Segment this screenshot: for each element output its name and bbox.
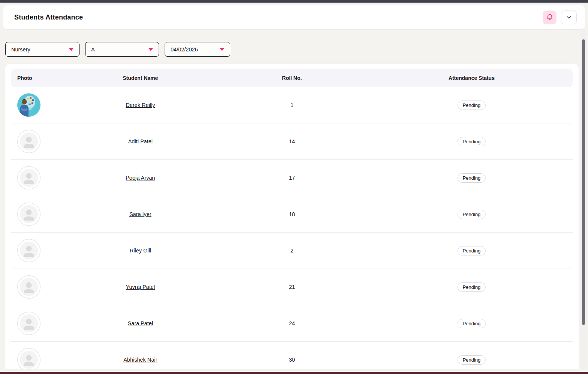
attendance-status-cell: Pending — [370, 137, 573, 146]
status-badge[interactable]: Pending — [458, 282, 486, 292]
column-header-student-name: Student Name — [68, 75, 213, 81]
attendance-status-cell: Pending — [370, 210, 573, 219]
section-select-value: A — [91, 47, 95, 53]
photo-cell — [11, 166, 68, 189]
student-name-cell: Yuvraj Patel — [68, 284, 213, 290]
avatar-placeholder — [17, 166, 68, 189]
table-row: Aditi Patel 14 Pending — [11, 123, 573, 160]
student-photo — [17, 93, 68, 117]
photo-cell — [11, 130, 68, 153]
student-name-link[interactable]: Abhishek Nair — [123, 357, 157, 363]
table-body: Derek Reilly 1 Pending Aditi Patel 14 Pe… — [11, 87, 573, 369]
column-header-attendance-status: Attendance Status — [370, 75, 573, 81]
class-select-value: Nursery — [11, 47, 30, 53]
roll-no-cell: 18 — [213, 211, 370, 217]
table-row: Pooja Aryan 17 Pending — [11, 160, 573, 196]
student-name-link[interactable]: Aditi Patel — [128, 138, 153, 144]
column-header-photo: Photo — [11, 75, 68, 81]
student-name-link[interactable]: Riley Gill — [130, 248, 151, 254]
student-name-cell: Pooja Aryan — [68, 175, 213, 181]
student-name-link[interactable]: Yuvraj Patel — [126, 284, 155, 290]
bottom-window-bar — [0, 372, 588, 374]
page-title: Students Attendance — [14, 14, 83, 21]
attendance-status-cell: Pending — [370, 246, 573, 255]
table-header-row: Photo Student Name Roll No. Attendance S… — [11, 69, 573, 87]
attendance-status-cell: Pending — [370, 282, 573, 292]
attendance-status-cell: Pending — [370, 319, 573, 328]
chevron-down-icon — [566, 14, 572, 20]
student-name-cell: Abhishek Nair — [68, 357, 213, 363]
student-name-cell: Sara Iyer — [68, 211, 213, 217]
bell-icon — [546, 14, 554, 21]
status-badge[interactable]: Pending — [458, 319, 486, 328]
avatar-placeholder — [17, 130, 68, 153]
student-name-cell: Sara Patel — [68, 320, 213, 326]
notifications-button[interactable] — [543, 11, 556, 24]
roll-no-cell: 21 — [213, 284, 370, 290]
status-badge[interactable]: Pending — [458, 355, 486, 365]
dropdown-arrow-icon — [69, 48, 74, 51]
photo-cell — [11, 93, 68, 117]
student-name-cell: Aditi Patel — [68, 138, 213, 144]
avatar-placeholder — [17, 348, 68, 369]
table-row: Sara Iyer 18 Pending — [11, 196, 573, 233]
table-row: Riley Gill 2 Pending — [11, 233, 573, 269]
date-select[interactable]: 04/02/2026 — [165, 42, 230, 57]
roll-no-cell: 2 — [213, 248, 370, 254]
student-name-link[interactable]: Sara Patel — [128, 320, 153, 326]
table-row: Sara Patel 24 Pending — [11, 305, 573, 342]
photo-cell — [11, 275, 68, 299]
student-name-cell: Derek Reilly — [68, 102, 213, 108]
status-badge[interactable]: Pending — [458, 246, 486, 255]
section-select[interactable]: A — [85, 42, 159, 57]
photo-cell — [11, 239, 68, 262]
status-badge[interactable]: Pending — [458, 137, 486, 146]
date-select-value: 04/02/2026 — [171, 47, 198, 53]
header-actions — [543, 11, 577, 24]
student-name-link[interactable]: Pooja Aryan — [126, 175, 155, 181]
photo-cell — [11, 203, 68, 226]
dropdown-arrow-icon — [148, 48, 153, 51]
status-badge[interactable]: Pending — [458, 210, 486, 219]
student-name-cell: Riley Gill — [68, 248, 213, 254]
photo-cell — [11, 348, 68, 369]
roll-no-cell: 17 — [213, 175, 370, 181]
attendance-status-cell: Pending — [370, 101, 573, 110]
attendance-table: Photo Student Name Roll No. Attendance S… — [5, 64, 579, 369]
roll-no-cell: 30 — [213, 357, 370, 363]
page-header: Students Attendance — [3, 5, 585, 29]
class-select[interactable]: Nursery — [5, 42, 80, 57]
attendance-status-cell: Pending — [370, 355, 573, 365]
avatar-placeholder — [17, 203, 68, 226]
scrollbar-thumb[interactable] — [582, 39, 585, 325]
avatar-placeholder — [17, 275, 68, 299]
top-window-bar — [0, 0, 588, 3]
photo-cell — [11, 312, 68, 335]
table-row: Abhishek Nair 30 Pending — [11, 342, 573, 369]
avatar-placeholder — [17, 239, 68, 262]
status-badge[interactable]: Pending — [458, 173, 486, 183]
table-row: Derek Reilly 1 Pending — [11, 87, 573, 123]
attendance-status-cell: Pending — [370, 173, 573, 183]
collapse-header-button[interactable] — [561, 11, 577, 24]
column-header-roll-no: Roll No. — [213, 75, 370, 81]
student-name-link[interactable]: Sara Iyer — [129, 211, 152, 217]
scrollbar-track[interactable] — [580, 29, 586, 369]
student-name-link[interactable]: Derek Reilly — [126, 102, 155, 108]
roll-no-cell: 1 — [213, 102, 370, 108]
filter-bar: Nursery A 04/02/2026 — [5, 42, 588, 57]
status-badge[interactable]: Pending — [458, 101, 486, 110]
dropdown-arrow-icon — [220, 48, 224, 51]
table-row: Yuvraj Patel 21 Pending — [11, 269, 573, 305]
avatar-placeholder — [17, 312, 68, 335]
roll-no-cell: 24 — [213, 320, 370, 326]
roll-no-cell: 14 — [213, 138, 370, 144]
